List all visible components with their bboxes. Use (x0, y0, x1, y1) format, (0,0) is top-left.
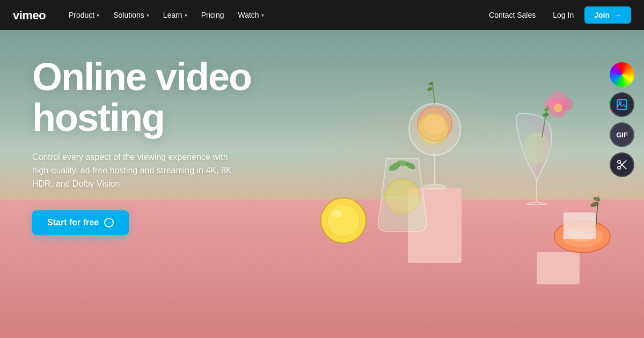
hero-content: Online video hosting Control every aspec… (32, 57, 251, 235)
nav-links: Product ▾ Solutions ▾ Learn ▾ Pricing Wa… (62, 8, 482, 23)
hero-title: Online video hosting (32, 57, 251, 138)
svg-point-6 (423, 184, 447, 189)
chevron-down-icon: ▾ (261, 12, 264, 18)
image-button[interactable] (610, 92, 634, 117)
scissors-button[interactable] (610, 152, 634, 177)
svg-text:vimeo: vimeo (13, 9, 46, 21)
svg-point-12 (327, 204, 360, 237)
svg-point-36 (619, 102, 621, 104)
hero-section: Online video hosting Control every aspec… (0, 30, 644, 338)
nav-item-pricing[interactable]: Pricing (195, 8, 231, 23)
svg-point-18 (523, 132, 550, 164)
join-button[interactable]: Join → (584, 6, 631, 24)
svg-line-7 (432, 81, 435, 104)
color-wheel-button[interactable] (610, 62, 634, 87)
gif-button[interactable]: GIF (610, 122, 634, 147)
svg-point-8 (427, 86, 433, 91)
svg-rect-35 (617, 100, 627, 109)
arrow-right-icon: → (104, 218, 114, 227)
nav-right: Contact Sales Log In Join → (482, 6, 631, 24)
nav-item-solutions[interactable]: Solutions ▾ (107, 8, 156, 23)
cocktail-svg (279, 30, 612, 338)
svg-point-23 (554, 104, 562, 112)
arrow-right-icon: → (614, 11, 621, 19)
cocktail-scene (279, 30, 612, 338)
chevron-down-icon: ▾ (97, 12, 99, 18)
vimeo-logo[interactable]: vimeo (13, 9, 52, 21)
login-link[interactable]: Log In (546, 8, 580, 23)
svg-point-33 (592, 196, 601, 202)
chevron-down-icon: ▾ (185, 12, 187, 18)
svg-point-13 (332, 210, 342, 217)
svg-point-10 (418, 114, 448, 144)
chevron-down-icon: ▾ (147, 12, 149, 18)
svg-point-37 (618, 160, 621, 164)
nav-item-watch[interactable]: Watch ▾ (231, 8, 270, 23)
nav-item-product[interactable]: Product ▾ (62, 8, 106, 23)
contact-sales-link[interactable]: Contact Sales (482, 8, 542, 23)
nav-item-learn[interactable]: Learn ▾ (157, 8, 194, 23)
start-for-free-button[interactable]: Start for free → (32, 210, 129, 235)
hero-subtitle: Control every aspect of the viewing expe… (32, 151, 236, 190)
svg-point-38 (618, 166, 621, 170)
main-nav: vimeo Product ▾ Solutions ▾ Learn ▾ Pric… (0, 0, 644, 30)
svg-rect-34 (564, 212, 596, 239)
side-toolbar: GIF (610, 62, 634, 177)
